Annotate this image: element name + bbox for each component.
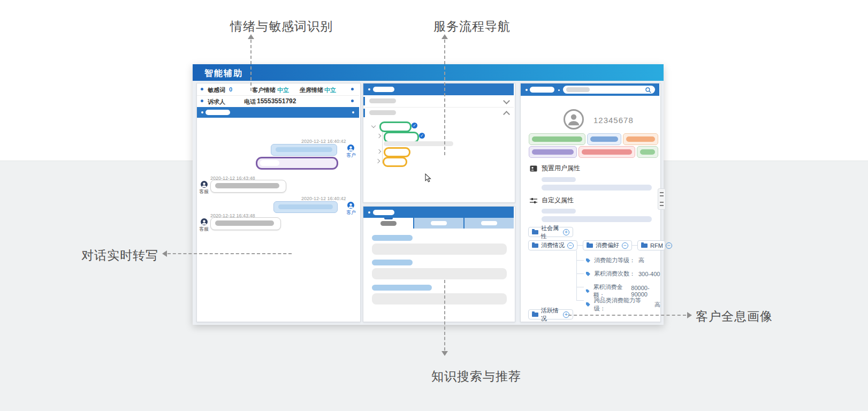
message-text-placeholder [215,183,279,188]
phone-number: 15553551792 [257,97,296,105]
expander-closed-icon[interactable] [376,159,380,163]
user-tag-chip[interactable] [637,146,658,158]
customer-message-bubble [271,144,337,156]
transcript-panel: 敏感词 0 客户情绪 中立 坐席情绪 中立 诉求人 电话 15553551792 [196,83,361,322]
check-badge-icon: ✓ [412,123,417,128]
tree-node-social[interactable]: 社会属性 + [528,227,573,237]
panel-collapse-handle[interactable] [658,188,666,210]
id-card-icon [530,164,537,174]
tag-fill [582,149,632,155]
section-bullet-icon [368,88,370,90]
tag-value: 高 [638,256,644,264]
intent-highlight-bubble [256,157,338,170]
preset-attrs-title: 预置用户属性 [542,164,580,173]
folder-icon [587,243,593,248]
result-snippet-placeholder [372,293,507,305]
user-tag-chip[interactable] [529,133,585,145]
expander-closed-icon[interactable] [377,134,381,138]
user-tag-chip[interactable] [529,146,577,158]
plus-circle-icon[interactable]: + [563,229,569,235]
folder-icon [532,243,538,248]
result-title-placeholder[interactable] [372,260,413,265]
sliders-icon [530,196,537,206]
customer-emotion-value: 中立 [277,86,289,94]
minus-circle-icon[interactable]: − [622,242,628,249]
portrait-header [521,83,659,96]
requester-label: 诉求人 [208,98,225,106]
node-label: 消费情况 [541,241,565,249]
attr-value-placeholder [542,177,576,182]
search-input[interactable] [563,86,655,94]
result-title-placeholder[interactable] [372,285,432,291]
result-snippet-placeholder [372,268,507,279]
expander-open-icon[interactable] [371,124,376,128]
node-label: 消费偏好 [596,241,619,249]
expander-closed-icon[interactable] [377,149,381,154]
flow-node-done[interactable] [379,121,412,132]
node-label: 社会属性 [541,224,560,240]
tree-connector [576,273,584,274]
annotation-dashed-line [444,40,445,155]
tab-active[interactable] [363,218,413,229]
node-label: RFM [650,242,663,249]
tag-icon [585,271,591,277]
tag-label: 累积消费次数： [594,270,635,278]
section-title-placeholder [205,110,230,115]
annotation-sentiment: 情绪与敏感词识别 [230,18,333,35]
annotation-transcription: 对话实时转写 [81,247,158,264]
tag-fill [640,149,655,155]
row-bullet-icon [201,88,203,90]
section-bullet-icon [201,111,203,113]
tree-connector [577,245,583,246]
row-label-placeholder [369,98,396,103]
message-timestamp: 2020-12-12 16:40:42 [301,196,346,201]
tag-label: 消费能力等级： [594,256,635,264]
flow-node-pending[interactable] [383,157,407,167]
result-title-placeholder[interactable] [372,235,413,241]
flow-node-pending[interactable] [384,147,410,157]
attr-value-placeholder [542,185,652,191]
sensitive-word-label: 敏感词 [208,86,225,94]
tree-node-activity[interactable]: 活跃情况 + [528,309,573,319]
row-accent-bar [363,97,365,105]
user-tag-chip[interactable] [623,133,658,145]
tree-node-preference[interactable]: 消费偏好 − [583,240,632,250]
tree-node-rfm[interactable]: RFM − [637,240,665,250]
tree-node-consumption[interactable]: 消费情况 − [528,240,577,250]
row-bullet-icon [351,100,354,102]
agent-role-label: 客服 [199,226,209,233]
row-bullet-icon [201,100,203,102]
search-icon[interactable] [645,86,652,96]
chat-transcript-area[interactable]: 2020-12-12 16:40:42 客户 2020-12-12 16:43:… [197,118,359,321]
customer-avatar-icon [347,144,354,151]
result-snippet-placeholder [372,243,507,255]
agent-role-label: 客服 [199,188,209,195]
annotation-service-flow: 服务流程导航 [433,18,511,35]
flow-description-placeholder [384,141,453,146]
flow-collapsed-row[interactable] [363,95,514,108]
caller-info-row: 诉求人 电话 15553551792 [197,95,359,108]
tab-inactive[interactable] [465,218,514,229]
tab-label-placeholder [380,221,397,226]
chevron-down-icon[interactable] [503,97,510,104]
user-tag-chip[interactable] [587,133,621,145]
knowledge-tabbar [363,218,514,229]
chevron-up-icon[interactable] [503,111,510,118]
user-tag-chip[interactable] [578,146,635,158]
tab-inactive[interactable] [414,218,463,229]
consumption-tag-row: 跨品类消费能力等级：高 [585,296,660,313]
intent-tag-placeholder [260,160,279,166]
annotation-portrait: 客户全息画像 [696,308,773,325]
folder-icon [532,313,538,317]
tag-value: 高 [654,301,660,309]
folder-icon [532,230,538,234]
flow-expanded-row[interactable] [363,107,514,119]
minus-circle-icon[interactable]: − [666,242,672,249]
tag-fill [590,136,618,142]
emotion-status-row: 敏感词 0 客户情绪 中立 坐席情绪 中立 [197,83,359,96]
minus-circle-icon[interactable]: − [567,242,574,249]
panel-title-placeholder [373,210,394,215]
app-title: 智能辅助 [204,68,243,79]
app-window: 智能辅助 敏感词 0 客户情绪 中立 坐席情绪 中立 诉求人 电话 155535… [193,64,664,325]
customer-role-label: 客户 [346,209,356,216]
